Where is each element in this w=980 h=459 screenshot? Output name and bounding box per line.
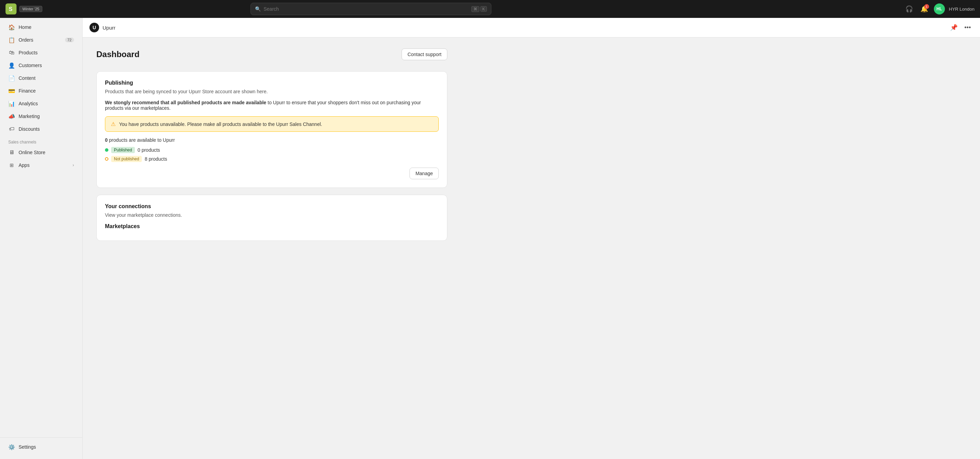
sidebar-item-content-label: Content [19,75,35,81]
ellipsis-icon: ••• [964,24,971,31]
publishing-card-desc: Products that are being synced to your U… [105,89,439,94]
orders-icon: 📋 [8,37,15,43]
sidebar-item-analytics[interactable]: 📊 Analytics [3,97,80,110]
sidebar-item-home-label: Home [19,24,31,30]
not-published-dot-icon [105,157,108,161]
publishing-card: Publishing Products that are being synce… [96,71,447,188]
sidebar-item-settings-label: Settings [19,444,36,450]
connections-card-desc: View your marketplace connections. [105,212,439,218]
svg-text:S: S [9,6,13,12]
sidebar-item-products-label: Products [19,50,38,56]
pin-icon-btn[interactable]: 📌 [948,22,959,33]
sidebar-item-discounts-label: Discounts [19,126,40,132]
sidebar-item-orders[interactable]: 📋 Orders 72 [3,34,80,46]
warning-text: You have products unavailable. Please ma… [119,121,322,127]
user-name: HYR London [949,6,975,12]
sidebar-item-finance-label: Finance [19,88,36,94]
content-icon: 📄 [8,75,15,81]
sidebar: 🏠 Home 📋 Orders 72 🛍 Products 👤 Customer… [0,18,83,459]
not-published-status-row: Not published 8 products [105,156,439,162]
available-count-number: 0 [105,137,108,143]
customer-support-icon-btn[interactable]: 🎧 [904,3,915,14]
sidebar-item-settings[interactable]: ⚙️ Settings [3,441,80,453]
published-count: 0 products [138,147,160,153]
sales-channels-section-label: Sales channels [0,135,82,146]
warning-banner: ⚠ You have products unavailable. Please … [105,116,439,132]
publishing-card-footer: Manage [105,168,439,179]
search-input[interactable] [264,6,469,12]
sidebar-item-discounts[interactable]: 🏷 Discounts [3,123,80,135]
sidebar-bottom: ⚙️ Settings [0,437,82,459]
marketing-icon: 📣 [8,113,15,120]
shopify-logo-icon: S [5,3,16,14]
published-status-row: Published 0 products [105,147,439,153]
app-header-right: 📌 ••• [948,22,973,33]
topnav-right-actions: 🎧 🔔 1 HL HYR London [904,3,975,14]
sidebar-navigation: 🏠 Home 📋 Orders 72 🛍 Products 👤 Customer… [0,18,82,435]
sidebar-item-online-store[interactable]: 🖥 Online Store [3,146,80,159]
sidebar-item-apps-label: Apps [19,162,30,168]
products-icon: 🛍 [8,49,15,56]
top-navigation: S Winter '25 🔍 ⌘ K 🎧 🔔 1 HL HYR London [0,0,980,18]
sidebar-item-apps[interactable]: ⊞ Apps › [3,159,80,172]
finance-icon: 💳 [8,87,15,94]
home-icon: 🏠 [8,24,15,31]
k-key: K [480,6,487,12]
connections-card-title: Your connections [105,203,439,210]
page-content-area: Dashboard Contact support Publishing Pro… [83,38,461,259]
sidebar-item-orders-label: Orders [19,37,33,43]
warning-icon: ⚠ [111,121,116,127]
not-published-badge: Not published [111,156,142,162]
cmd-key: ⌘ [471,6,479,12]
analytics-icon: 📊 [8,100,15,107]
app-name: Upurr [103,25,116,31]
apps-icon: ⊞ [8,162,15,168]
search-bar[interactable]: 🔍 ⌘ K [250,3,492,15]
app-header-left: U Upurr [89,23,116,32]
sidebar-item-marketing[interactable]: 📣 Marketing [3,110,80,122]
publishing-card-title: Publishing [105,80,439,86]
contact-support-button[interactable]: Contact support [402,49,447,60]
published-badge: Published [111,147,135,153]
avatar[interactable]: HL [934,3,945,14]
sidebar-item-content[interactable]: 📄 Content [3,72,80,84]
notification-badge: 1 [924,4,929,9]
sidebar-item-analytics-label: Analytics [19,101,38,106]
sidebar-item-online-store-label: Online Store [19,150,45,155]
customers-icon: 👤 [8,62,15,69]
available-count-text: 0 products are available to Upurr [105,137,439,143]
not-published-count: 8 products [145,156,167,162]
connections-card: Your connections View your marketplace c… [96,195,447,241]
sidebar-item-products[interactable]: 🛍 Products [3,46,80,59]
manage-button[interactable]: Manage [409,168,439,179]
discounts-icon: 🏷 [8,125,15,132]
main-content: U Upurr 📌 ••• Dashboard Contact support … [83,18,980,459]
published-dot-icon [105,148,108,152]
orders-badge: 72 [65,38,74,42]
sidebar-item-customers[interactable]: 👤 Customers [3,59,80,71]
notifications-btn[interactable]: 🔔 1 [919,3,930,14]
sidebar-item-finance[interactable]: 💳 Finance [3,85,80,97]
apps-expand-icon: › [73,163,74,168]
publish-recommendation-text: We stongly recommend that all published … [105,100,439,111]
online-store-icon: 🖥 [8,149,15,156]
page-header: Dashboard Contact support [96,49,447,60]
settings-icon: ⚙️ [8,443,15,450]
marketplaces-label: Marketplaces [105,223,439,230]
sidebar-item-home[interactable]: 🏠 Home [3,21,80,33]
app-icon: U [89,23,99,32]
available-count-label: products are available to Upurr [109,137,175,143]
search-keyboard-shortcut: ⌘ K [471,6,487,12]
search-icon: 🔍 [255,6,261,12]
support-icon: 🎧 [905,5,913,13]
publish-recommendation-bold: We stongly recommend that all published … [105,100,266,105]
app-sub-header: U Upurr 📌 ••• [83,18,980,38]
pin-icon: 📌 [950,24,958,31]
winter-badge: Winter '25 [19,6,42,12]
sidebar-item-customers-label: Customers [19,63,42,68]
page-title: Dashboard [96,49,139,59]
more-options-btn[interactable]: ••• [962,22,973,33]
sidebar-item-marketing-label: Marketing [19,114,40,119]
main-layout: 🏠 Home 📋 Orders 72 🛍 Products 👤 Customer… [0,18,980,459]
logo-area: S Winter '25 [5,3,42,14]
